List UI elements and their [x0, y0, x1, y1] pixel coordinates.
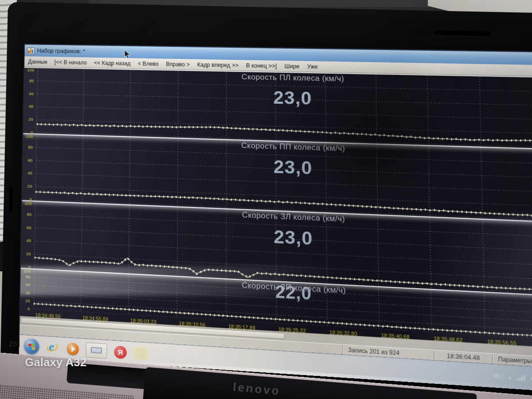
camera-watermark: Galaxy A32	[25, 356, 86, 369]
language-indicator[interactable]: RU	[493, 372, 503, 380]
y-axis-tick-label: 20	[27, 184, 32, 189]
y-axis-tick-label: 40	[26, 238, 31, 243]
y-axis-tick-label: 60	[27, 225, 31, 230]
windows-flag-icon	[28, 343, 35, 350]
menu-item-wider[interactable]: Шире	[281, 63, 303, 70]
chart-current-value: 23,0	[274, 156, 313, 179]
chart-current-value: 23,0	[274, 227, 313, 249]
menu-item-frame-forward[interactable]: Кадр вперед >>	[193, 61, 242, 68]
y-axis-tick-label: 80	[29, 78, 34, 83]
tray-expand-icon[interactable]: ▴	[509, 374, 511, 380]
menu-item-frame-back[interactable]: << Кадр назад	[90, 59, 134, 66]
menu-item-left[interactable]: < Влево	[134, 60, 162, 67]
media-player-icon[interactable]	[66, 343, 78, 356]
bezel-side-slot	[9, 187, 13, 212]
y-axis-tick-label: 80	[27, 211, 31, 217]
taskbar-app-button[interactable]	[86, 342, 107, 359]
laptop-screen: Набор графиков: * Данные [<< В начало <<…	[19, 44, 532, 391]
y-axis-tick-label: 40	[25, 290, 30, 295]
lenovo-logo: lenovo	[232, 380, 281, 398]
system-tray: RU ▴	[493, 372, 532, 383]
internet-explorer-icon[interactable]: e	[46, 341, 60, 355]
window-title: Набор графиков: *	[37, 47, 85, 55]
y-axis-tick-label: 40	[29, 104, 34, 109]
app-icon	[27, 47, 35, 54]
y-axis-tick-label: 40	[27, 171, 32, 176]
bezel-speaker-slot	[434, 30, 491, 36]
y-axis-tick-label: 20	[25, 298, 30, 303]
network-icon[interactable]	[517, 375, 525, 381]
charts-area: 020406080100 Скорость ПЛ колеса (км/ч) 2…	[20, 67, 532, 350]
y-axis-tick-label: 20	[26, 251, 31, 256]
y-axis-tick-label: 20	[28, 117, 33, 121]
yandex-browser-icon[interactable]: Я	[114, 345, 127, 359]
chart-current-value: 23,0	[273, 87, 312, 109]
y-axis-tick-label: 60	[29, 91, 34, 96]
start-button[interactable]	[23, 338, 39, 355]
y-axis: 020406080100	[22, 134, 35, 200]
y-axis-tick-label: 80	[28, 145, 33, 150]
menu-item-narrower[interactable]: Уже	[303, 63, 322, 70]
y-axis: 020406080100	[23, 68, 36, 133]
chart-current-value: 22,0	[275, 282, 312, 304]
y-axis-tick-label: 60	[26, 282, 31, 287]
menu-item-right[interactable]: Вправо >	[162, 61, 193, 68]
y-axis: 020406080100	[21, 201, 34, 268]
menu-item-data[interactable]: Данные	[24, 59, 51, 65]
menu-item-to-start[interactable]: [<< В начало	[51, 59, 90, 66]
mouse-cursor	[124, 50, 131, 59]
taskbar-icon-faded[interactable]	[134, 347, 148, 360]
menu-item-to-end[interactable]: В конец >>]	[242, 62, 280, 69]
y-axis-tick-label: 60	[28, 157, 33, 163]
